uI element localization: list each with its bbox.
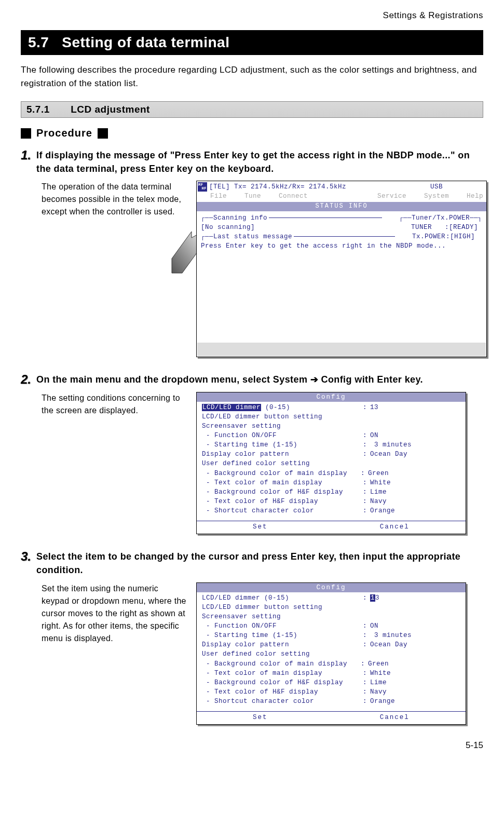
config-row[interactable]: - Background color of main display:Green <box>202 469 460 478</box>
menu-file[interactable]: File <box>210 192 227 201</box>
config-row-value: 3 minutes <box>370 631 460 640</box>
config-row-label: - Starting time (1-15) <box>202 440 363 450</box>
set-button[interactable]: Set <box>253 713 268 722</box>
config-row[interactable]: - Background color of H&F display:Lime <box>202 678 460 687</box>
last-status-message: Press Enter key to get the access right … <box>201 241 482 251</box>
config-row-label: - Text color of main display <box>202 478 363 487</box>
tuner-ready-label: TUNER <box>411 223 445 232</box>
config-row-value: 3 minutes <box>370 440 460 450</box>
square-icon <box>98 128 108 139</box>
procedure-heading: Procedure <box>21 127 483 139</box>
config-row-value: Lime <box>370 678 460 687</box>
config-row-label: - Function ON/OFF <box>202 431 363 440</box>
menu-system[interactable]: System <box>424 192 449 201</box>
menu-bar[interactable]: File Tune Connect Service System Help <box>197 192 486 202</box>
config-row[interactable]: Screensaver setting <box>202 422 460 431</box>
config-row[interactable]: - Function ON/OFF:ON <box>202 431 460 440</box>
config-row[interactable]: - Function ON/OFF:ON <box>202 621 460 631</box>
procedure-label: Procedure <box>36 127 92 139</box>
step-desc: Set the item using the numeric keypad or… <box>42 582 187 645</box>
freq-readout: [TEL] Tx= 2174.5kHz/Rx= 2174.5kHz <box>209 182 346 192</box>
terminal-status-window: MF HF [TEL] Tx= 2174.5kHz/Rx= 2174.5kHz … <box>196 181 487 357</box>
txpower-label: Tx.POWER <box>412 232 446 241</box>
cancel-button[interactable]: Cancel <box>380 522 410 532</box>
config-row[interactable]: - Background color of H&F display:Lime <box>202 487 460 497</box>
config-row-label: User defined color setting <box>202 459 363 468</box>
config-row-label: - Function ON/OFF <box>202 621 363 631</box>
config-window-edit: Config LCD/LED dimmer (0-15):13LCD/LED d… <box>196 582 466 725</box>
config-row-value: 13 <box>370 593 460 603</box>
step-number: 3 <box>21 550 36 563</box>
config-row-label: LCD/LED dimmer button setting <box>202 603 363 612</box>
config-row[interactable]: Screensaver setting <box>202 612 460 621</box>
config-row[interactable]: - Shortcut character color:Orange <box>202 697 460 706</box>
menu-help[interactable]: Help <box>467 192 483 201</box>
config-row-value: Ocean Day <box>370 450 460 459</box>
config-row-label: - Text color of main display <box>202 669 363 678</box>
config-row-value: 13 <box>370 403 460 412</box>
config-row-label: LCD/LED dimmer (0-15) <box>202 593 363 603</box>
step-3: 3 Select the item to be changed by the c… <box>21 550 483 577</box>
config-row-label: - Background color of H&F display <box>202 487 363 497</box>
set-button[interactable]: Set <box>253 522 268 532</box>
menu-service[interactable]: Service <box>377 192 406 201</box>
step-text: On the main menu and the dropdown menu, … <box>36 373 483 386</box>
config-row-value <box>370 412 460 422</box>
config-row-label: - Text color of H&F display <box>202 497 363 506</box>
config-row[interactable]: - Text color of H&F display:Navy <box>202 497 460 506</box>
config-row[interactable]: - Background color of main display:Green <box>202 659 460 669</box>
config-row[interactable]: - Starting time (1-15): 3 minutes <box>202 631 460 640</box>
config-row-value: Navy <box>370 687 460 697</box>
section-title-text: Setting of data terminal <box>62 34 229 50</box>
section-intro: The following describes the procedure re… <box>21 63 483 90</box>
last-status-label: Last status message <box>213 232 292 241</box>
config-row-label: - Shortcut character color <box>202 697 363 706</box>
config-row-value: Ocean Day <box>370 640 460 649</box>
config-row[interactable]: LCD/LED dimmer button setting <box>202 412 460 422</box>
step-text: If displaying the message of "Press Ente… <box>36 148 483 175</box>
config-row[interactable]: LCD/LED dimmer (0-15):13 <box>202 403 460 412</box>
config-row-label: LCD/LED dimmer button setting <box>202 412 363 422</box>
section-number: 5.7 <box>28 34 49 50</box>
subsection-number: 5.7.1 <box>26 104 50 115</box>
square-icon <box>21 128 31 139</box>
config-row[interactable]: User defined color setting <box>202 649 460 659</box>
config-row-value <box>370 422 460 431</box>
menu-connect[interactable]: Connect <box>279 192 308 201</box>
tuner-label: Tuner/Tx.POWER <box>412 213 470 223</box>
config-row[interactable]: User defined color setting <box>202 459 460 468</box>
config-row-value <box>370 459 460 468</box>
usb-label: USB <box>430 182 443 192</box>
config-row[interactable]: Display color pattern:Ocean Day <box>202 640 460 649</box>
step-2: 2 On the main menu and the dropdown menu… <box>21 373 483 386</box>
scanning-info-label: Scanning info <box>213 213 267 223</box>
config-row[interactable]: - Shortcut character color:Orange <box>202 506 460 515</box>
config-row-label: - Text color of H&F display <box>202 687 363 697</box>
tuner-ready-value: :[READY] <box>445 223 478 232</box>
config-row-value: White <box>370 478 460 487</box>
config-row[interactable]: Display color pattern:Ocean Day <box>202 450 460 459</box>
step-number: 2 <box>21 373 36 386</box>
config-row-value: Orange <box>370 697 460 706</box>
config-row[interactable]: LCD/LED dimmer (0-15):13 <box>202 593 460 603</box>
step-number: 1 <box>21 148 36 162</box>
config-row-label: - Shortcut character color <box>202 506 363 515</box>
step-desc: The setting conditions concerning to the… <box>42 392 187 417</box>
scanning-value: [No scanning] <box>201 223 255 232</box>
config-title: Config <box>197 392 466 402</box>
config-row-label: User defined color setting <box>202 649 363 659</box>
config-row-label: - Starting time (1-15) <box>202 631 363 640</box>
config-row-label: - Background color of H&F display <box>202 678 363 687</box>
config-row[interactable]: - Text color of main display:White <box>202 669 460 678</box>
cancel-button[interactable]: Cancel <box>380 713 410 722</box>
menu-tune[interactable]: Tune <box>244 192 261 201</box>
config-row[interactable]: - Text color of H&F display:Navy <box>202 687 460 697</box>
mf-hf-badge-icon: MF HF <box>198 182 207 192</box>
subsection-title: LCD adjustment <box>71 104 150 115</box>
config-row[interactable]: - Starting time (1-15): 3 minutes <box>202 440 460 450</box>
config-title: Config <box>197 583 466 592</box>
config-row[interactable]: - Text color of main display:White <box>202 478 460 487</box>
config-row-value: ON <box>370 431 460 440</box>
config-row[interactable]: LCD/LED dimmer button setting <box>202 603 460 612</box>
config-row-label: - Background color of main display <box>202 469 361 478</box>
